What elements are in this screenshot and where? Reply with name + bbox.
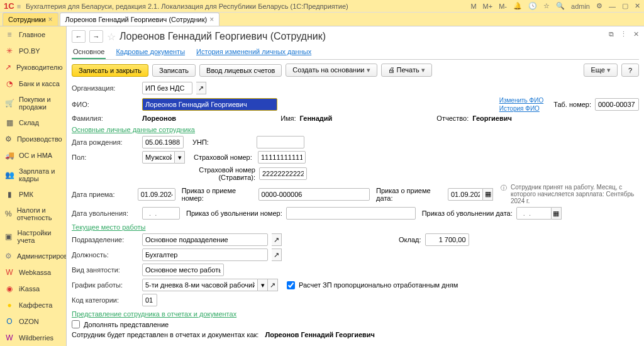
sidebar-label: Покупки и продажи — [19, 96, 61, 111]
emptype-field[interactable] — [142, 264, 224, 276]
sidebar-item[interactable]: WWildberries — [0, 330, 66, 346]
repr-text: Сотрудник будет представлен в отчетах и … — [72, 331, 258, 338]
chevron-down-icon[interactable]: ▾ — [258, 279, 268, 291]
sidebar-icon: ▮ — [5, 190, 14, 199]
position-input[interactable] — [142, 248, 268, 261]
forward-button[interactable]: → — [89, 30, 103, 43]
user-label[interactable]: admin — [571, 3, 590, 10]
org-open-icon[interactable]: ↗ — [196, 82, 206, 94]
maximize-icon[interactable]: ▢ — [622, 2, 628, 10]
hire-order-no-input[interactable] — [258, 188, 370, 201]
hire-order-date-input[interactable] — [448, 188, 483, 201]
tab-employee-card[interactable]: Лореонов Геннадий Георгиевич (Сотрудник)… — [60, 13, 220, 26]
hire-date-label: Дата приема: — [72, 191, 134, 198]
schedule-open-icon[interactable]: ↗ — [268, 279, 278, 291]
tab-no-field[interactable] — [595, 98, 639, 111]
sidebar-item[interactable]: ⚙Производство — [0, 131, 66, 147]
create-based-button[interactable]: Создать на основании — [286, 64, 377, 77]
sidebar-label: Банк и касса — [19, 80, 60, 87]
burger-icon[interactable]: ≡ — [17, 3, 21, 10]
dept-open-icon[interactable]: ↗ — [272, 233, 282, 246]
sidebar-item[interactable]: 🚚ОС и НМА — [0, 147, 66, 164]
close-icon[interactable]: ✕ — [635, 2, 640, 10]
tab-close-icon[interactable]: × — [209, 15, 214, 24]
catcode-input[interactable] — [142, 294, 157, 306]
help-button[interactable]: ? — [621, 64, 639, 77]
dept-input[interactable] — [142, 233, 268, 246]
save-button[interactable]: Записать — [152, 64, 196, 77]
m-plus[interactable]: M+ — [483, 3, 493, 10]
open-window-icon[interactable]: ⧉ — [609, 30, 614, 38]
sidebar-item[interactable]: 🛒Покупки и продажи — [0, 92, 66, 114]
fire-order-date-input[interactable] — [516, 207, 552, 220]
more-button[interactable]: Еще — [584, 64, 617, 77]
sidebar-item[interactable]: ✳PO.BY — [0, 43, 66, 59]
dob-input[interactable] — [142, 136, 184, 148]
chevron-down-icon[interactable]: ▾ — [175, 151, 185, 164]
salary-input[interactable] — [425, 233, 469, 246]
clock-icon[interactable]: 🕓 — [528, 2, 537, 10]
sidebar-item[interactable]: ◉iKassa — [0, 281, 66, 297]
print-button[interactable]: 🖨 Печать — [381, 64, 432, 77]
calendar-icon[interactable]: ▦ — [552, 207, 562, 220]
sidebar-item[interactable]: ◔Банк и касса — [0, 75, 66, 92]
prop-calc-checkbox[interactable] — [287, 281, 295, 289]
unp-input[interactable] — [257, 136, 304, 148]
catcode-label: Код категории: — [72, 296, 138, 304]
sidebar-item[interactable]: WWebkassa — [0, 264, 66, 281]
m-plain[interactable]: M — [470, 3, 476, 10]
tab-employees[interactable]: Сотрудники × — [3, 13, 58, 26]
hire-order-no-label: Приказ о приеме номер: — [182, 187, 255, 202]
sidebar-item[interactable]: OOZON — [0, 313, 66, 330]
close-panel-icon[interactable]: ✕ — [633, 30, 639, 38]
history-fio-link[interactable]: История ФИО — [499, 105, 543, 112]
sidebar-item[interactable]: 👥Зарплата и кадры — [0, 164, 66, 186]
sex-input[interactable] — [142, 151, 175, 164]
sidebar-label: Налоги и отчетность — [17, 206, 61, 221]
change-fio-link[interactable]: Изменить ФИО — [499, 97, 543, 104]
surname-value: Лореонов — [142, 114, 176, 122]
subtab-main[interactable]: Основное — [72, 45, 106, 59]
sidebar-item[interactable]: ⚙Администрирование — [0, 248, 66, 264]
subtab-history[interactable]: История изменений личных данных — [195, 45, 313, 59]
search-icon[interactable]: 🔍 — [556, 2, 565, 10]
subtab-hr-docs[interactable]: Кадровые документы — [114, 45, 186, 59]
sidebar-icon: ≡ — [5, 30, 14, 39]
sidebar: ≡Главное✳PO.BY↗Руководителю◔Банк и касса… — [0, 26, 67, 346]
sidebar-item[interactable]: ●Каффеста — [0, 297, 66, 313]
sidebar-label: Склад — [19, 119, 39, 126]
section-repr: Представление сотрудника в отчетах и док… — [72, 310, 639, 318]
settings-icon[interactable]: ⚙ — [596, 2, 602, 10]
fire-order-no-input[interactable] — [286, 207, 416, 220]
position-open-icon[interactable]: ↗ — [272, 248, 282, 261]
fire-date-input[interactable] — [142, 207, 180, 220]
sidebar-item[interactable]: ≡Главное — [0, 26, 66, 43]
patr-label: Отчество: — [436, 114, 469, 122]
bell-icon[interactable]: 🔔 — [513, 2, 522, 10]
minimize-icon[interactable]: — — [609, 3, 616, 10]
sidebar-item[interactable]: ▦Склад — [0, 114, 66, 131]
back-button[interactable]: ← — [72, 30, 86, 43]
org-field[interactable] — [142, 82, 192, 94]
ins2-input[interactable] — [259, 167, 307, 180]
sidebar-label: Зарплата и кадры — [19, 167, 61, 182]
ins-input[interactable] — [258, 151, 306, 164]
calendar-icon[interactable]: ▦ — [483, 188, 493, 201]
hire-date-input[interactable] — [138, 188, 175, 201]
favorite-icon[interactable]: ☆ — [107, 31, 116, 43]
schedule-input[interactable] — [142, 279, 258, 291]
sidebar-item[interactable]: ▣Настройки учета — [0, 225, 66, 248]
m-minus[interactable]: M- — [499, 3, 507, 10]
fio-input[interactable] — [142, 98, 277, 111]
save-close-button[interactable]: Записать и закрыть — [72, 64, 148, 77]
tab-close-icon[interactable]: × — [48, 15, 53, 24]
sidebar-item[interactable]: ▮РМК — [0, 186, 66, 203]
position-label: Должность: — [72, 251, 138, 259]
sidebar-item[interactable]: %Налоги и отчетность — [0, 203, 66, 225]
more-icon[interactable]: ⋮ — [620, 30, 627, 38]
star-icon[interactable]: ☆ — [543, 2, 550, 10]
accounts-button[interactable]: Ввод лицевых счетов — [199, 64, 282, 77]
patr-value: Георгиевич — [472, 114, 512, 122]
supplement-checkbox[interactable] — [72, 320, 80, 328]
sidebar-item[interactable]: ↗Руководителю — [0, 59, 66, 75]
